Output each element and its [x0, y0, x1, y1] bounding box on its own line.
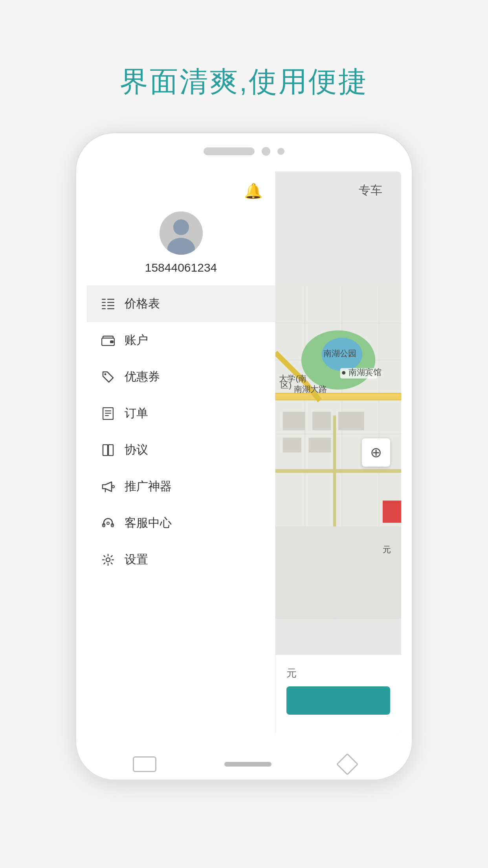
receipt-icon: [101, 406, 115, 421]
location-button[interactable]: ⊕: [362, 438, 390, 467]
svg-rect-12: [110, 340, 114, 343]
menu-label-orders: 订单: [125, 405, 148, 421]
nav-recent-button[interactable]: [336, 753, 359, 776]
svg-text:● 南湖宾馆: ● 南湖宾馆: [341, 368, 382, 377]
menu-panel: 🔔 15844061234: [87, 171, 275, 734]
menu-item-support[interactable]: 客服中心: [87, 505, 275, 541]
phone-top-bar: [204, 147, 284, 156]
tag-icon: [101, 370, 115, 384]
map-panel: 南湖公园 南湖大路 ● 南湖宾馆 大学(南 区) 元: [275, 171, 401, 734]
megaphone-icon: [101, 480, 115, 494]
svg-rect-9: [102, 308, 106, 309]
menu-item-orders[interactable]: 订单: [87, 395, 275, 432]
menu-item-price-list[interactable]: 价格表: [87, 285, 275, 322]
svg-rect-10: [107, 308, 114, 309]
svg-point-23: [107, 522, 109, 524]
menu-item-agreement[interactable]: 协议: [87, 432, 275, 468]
svg-rect-6: [107, 302, 114, 303]
svg-rect-40: [309, 438, 331, 452]
phone-mockup: 🔔 15844061234: [75, 132, 413, 781]
menu-label-agreement: 协议: [125, 442, 148, 458]
bell-icon[interactable]: 🔔: [244, 182, 262, 200]
svg-rect-36: [283, 412, 305, 430]
list-icon: [101, 297, 115, 311]
svg-rect-4: [107, 299, 114, 300]
menu-label-coupon: 优惠券: [125, 369, 160, 385]
avatar-area: 15844061234: [87, 204, 275, 285]
headset-icon: [101, 516, 115, 530]
svg-rect-7: [102, 305, 106, 306]
camera-dot2: [277, 148, 284, 155]
target-icon: ⊕: [370, 444, 382, 461]
menu-item-promo[interactable]: 推广神器: [87, 468, 275, 505]
svg-rect-15: [105, 410, 111, 411]
book-icon: [101, 443, 115, 457]
phone-screen: 🔔 15844061234: [87, 171, 401, 734]
wallet-icon: [101, 333, 115, 348]
svg-text:区): 区): [281, 381, 292, 390]
menu-item-settings[interactable]: 设置: [87, 541, 275, 578]
nav-back-button[interactable]: [133, 756, 156, 772]
book-button[interactable]: [286, 686, 390, 715]
menu-label-promo: 推广神器: [125, 478, 172, 495]
svg-rect-38: [338, 412, 364, 430]
menu-list: 价格表 账户: [87, 285, 275, 734]
svg-text:元: 元: [383, 545, 391, 554]
taxi-label: 专车: [359, 182, 382, 199]
svg-rect-17: [105, 415, 109, 416]
svg-rect-51: [383, 500, 401, 522]
page-title: 界面清爽,使用便捷: [120, 63, 368, 101]
svg-rect-49: [275, 526, 401, 619]
svg-rect-37: [312, 412, 331, 430]
svg-rect-16: [105, 413, 111, 414]
menu-item-coupon[interactable]: 优惠券: [87, 359, 275, 395]
svg-text:南湖大路: 南湖大路: [294, 384, 327, 394]
svg-point-13: [105, 373, 106, 375]
svg-rect-18: [103, 445, 108, 456]
svg-point-24: [106, 558, 110, 562]
svg-rect-5: [102, 302, 106, 303]
svg-rect-19: [108, 445, 113, 456]
user-phone: 15844061234: [145, 261, 217, 274]
booking-panel: 元: [275, 655, 401, 734]
menu-label-price-list: 价格表: [125, 296, 160, 312]
svg-rect-39: [283, 438, 301, 452]
menu-label-settings: 设置: [125, 552, 148, 568]
svg-point-20: [112, 485, 114, 488]
screen-content: 🔔 15844061234: [87, 171, 401, 734]
nav-home-button[interactable]: [224, 762, 272, 767]
speaker: [204, 147, 255, 155]
menu-label-account: 账户: [125, 332, 148, 348]
svg-rect-8: [107, 305, 114, 306]
svg-rect-35: [275, 393, 401, 400]
gear-icon: [101, 553, 115, 567]
svg-text:南湖公园: 南湖公园: [323, 349, 356, 358]
menu-header: 🔔: [87, 171, 275, 204]
svg-rect-3: [102, 299, 106, 300]
menu-item-account[interactable]: 账户: [87, 322, 275, 359]
price-text: 元: [286, 666, 390, 680]
phone-nav-bar: [75, 756, 413, 772]
camera-dot: [262, 147, 270, 156]
svg-point-1: [173, 219, 189, 235]
menu-label-support: 客服中心: [125, 515, 172, 531]
avatar: [160, 211, 203, 255]
